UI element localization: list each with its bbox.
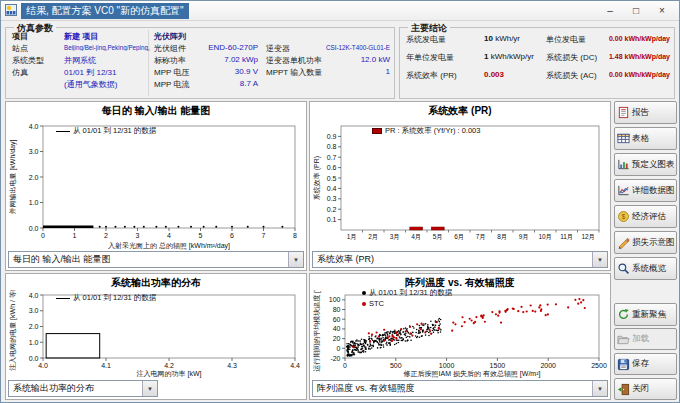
chart-select-pr[interactable]: 系统效率 (PR)▼ (312, 251, 608, 268)
param-label: MPPT 输入数量 (266, 67, 322, 78)
economic-evaluation-button-label: 经济评估 (632, 211, 666, 223)
legend-dot-black (362, 291, 366, 295)
svg-text:0.8: 0.8 (327, 143, 337, 150)
svg-text:10月: 10月 (538, 233, 552, 241)
legend-line-swatch (56, 131, 70, 132)
refocus-button-label: 重新聚焦 (632, 309, 666, 321)
chart-legend: 从 01/01 到 12/31 的数据 (56, 293, 156, 303)
result-label: 系统损失 (AC) (546, 70, 597, 81)
predefined-graphs-button[interactable]: 预定义图表 (614, 153, 677, 176)
svg-text:4.0: 4.0 (29, 123, 39, 130)
save-button-label: 保存 (632, 358, 649, 370)
chart-panel-pr: 系统效率 (PR) 0.10.20.30.40.50.60.70.80.9系统效… (309, 101, 611, 271)
chart-select-temp-irradiance[interactable]: 阵列温度 vs. 有效辐照度▼ (312, 380, 608, 397)
combo-value: 系统效率 (PR) (313, 253, 592, 266)
title-bar: 结果, 配置方案 VC0 "新的仿真配置" – □ × (1, 1, 679, 21)
svg-text:8: 8 (293, 232, 297, 239)
site-value: Beijing/Bei-jing,Peking/Peping,Sijing (64, 44, 150, 51)
svg-text:4.0: 4.0 (38, 362, 48, 369)
svg-text:0: 0 (343, 362, 347, 369)
close-window-button[interactable]: × (649, 2, 675, 20)
project-name: 新建 项目 (64, 31, 98, 42)
svg-text:系统效率 (PR): 系统效率 (PR) (313, 156, 321, 200)
result-label: 系统发电量 (406, 34, 446, 45)
svg-text:注入电网的电量 [kWh / 等级]: 注入电网的电量 [kWh / 等级] (8, 290, 17, 371)
svg-text:7月: 7月 (476, 233, 486, 241)
legend-line-swatch (56, 298, 70, 299)
chart-legend: 从 01/01 到 12/31 的数据 (56, 126, 156, 136)
param-label: 系统类型 (12, 55, 44, 66)
legend-square-swatch (372, 128, 382, 134)
report-button[interactable]: 报告 (614, 101, 677, 124)
mppt-inputs-value: 1 (322, 67, 390, 76)
svg-text:0.4: 0.4 (327, 185, 337, 192)
svg-text:6: 6 (230, 232, 234, 239)
system-overview-button-label: 系统概览 (632, 263, 666, 275)
legend-label: 从 01/01 到 12/31 的数据 (73, 126, 156, 136)
pencil-icon (617, 236, 630, 249)
svg-text:注入电网的功率 [kW]: 注入电网的功率 [kW] (137, 369, 202, 378)
svg-text:$: $ (622, 213, 626, 220)
economic-evaluation-button[interactable]: $ 经济评估 (614, 205, 677, 228)
load-button: 加载 (614, 328, 677, 350)
power-distribution-chart: 4.04.14.24.34.40.01.02.03.04.0注入电网的功率 [k… (7, 290, 305, 378)
svg-text:3月: 3月 (390, 233, 400, 241)
chevron-down-icon[interactable]: ▼ (142, 381, 157, 396)
svg-text:1000: 1000 (439, 362, 455, 369)
param-label: 仿真 (12, 67, 28, 78)
svg-text:2500: 2500 (591, 362, 607, 369)
load-button-label: 加载 (632, 333, 649, 345)
svg-text:0.7: 0.7 (327, 154, 337, 161)
svg-text:20: 20 (333, 335, 341, 342)
svg-text:80: 80 (333, 306, 341, 313)
result-value: 1.48 kWh/kWp/day (592, 53, 670, 60)
close-button[interactable]: 关闭 (614, 378, 677, 400)
svg-text:40: 40 (333, 325, 341, 332)
svg-text:运行期间的平均模块温度 [°C]: 运行期间的平均模块温度 [°C] (313, 290, 321, 372)
svg-text:0: 0 (337, 345, 341, 352)
result-value: 10 kWh/yr (484, 34, 520, 43)
minimize-button[interactable]: – (597, 2, 623, 20)
svg-text:60: 60 (333, 316, 341, 323)
combo-value: 系统输出功率的分布 (9, 382, 142, 395)
chart-select-power-dist[interactable]: 系统输出功率的分布▼ (8, 380, 158, 397)
svg-text:100: 100 (329, 296, 341, 303)
chart-select-daily-io[interactable]: 每日的 输入/输出 能量图▼ (8, 251, 304, 268)
daily-io-chart: 0123456780.01.02.03.04.0入射采光面上的 总的辐照 [kW… (7, 118, 305, 250)
svg-text:12月: 12月 (581, 233, 595, 241)
save-button[interactable]: 保存 (614, 353, 677, 375)
magnifier-icon (617, 262, 630, 275)
result-value: 1 kWh/kWp/yr (484, 52, 534, 61)
result-label: 系统损失 (DC) (546, 52, 597, 63)
tables-button[interactable]: 表格 (614, 127, 677, 150)
svg-text:1500: 1500 (490, 362, 506, 369)
svg-text:1.0: 1.0 (29, 339, 39, 346)
chevron-down-icon[interactable]: ▼ (288, 252, 303, 267)
sim-period-value: 01/01 到 12/31 (64, 67, 116, 78)
svg-text:3.0: 3.0 (29, 307, 39, 314)
result-value: 0.00 kWh/kWp/day (592, 71, 670, 78)
legend-dot-red (362, 302, 366, 306)
svg-text:2000: 2000 (540, 362, 556, 369)
svg-text:0: 0 (41, 232, 45, 239)
system-overview-button[interactable]: 系统概览 (614, 257, 677, 280)
param-label: 站点 (12, 43, 28, 54)
loss-diagram-button-label: 损失示意图 (632, 237, 675, 249)
chevron-down-icon[interactable]: ▼ (592, 252, 607, 267)
chart-legend: 从 01/01 到 12/31 的数据 STC (362, 288, 452, 308)
param-label: MPP 电流 (154, 79, 189, 90)
svg-text:4: 4 (167, 232, 171, 239)
results-window: 结果, 配置方案 VC0 "新的仿真配置" – □ × 仿真参数 项目 新建 项… (0, 0, 680, 403)
predefined-graphs-button-label: 预定义图表 (632, 159, 675, 171)
svg-text:入射采光面上的 总的辐照 [kWh/m²/day]: 入射采光面上的 总的辐照 [kWh/m²/day] (108, 242, 230, 250)
svg-text:修正后按照IAM 损失后的 有效总辐照 [W/m²]: 修正后按照IAM 损失后的 有效总辐照 [W/m²] (404, 370, 541, 378)
param-label: 光伏组件 (154, 43, 186, 54)
svg-text:0.6: 0.6 (327, 164, 337, 171)
svg-text:4.0: 4.0 (29, 292, 39, 299)
loss-diagram-button[interactable]: 损失示意图 (614, 231, 677, 254)
detailed-data-graph-button[interactable]: 详细数据图 (614, 179, 677, 202)
svg-text:9月: 9月 (519, 233, 529, 241)
chevron-down-icon[interactable]: ▼ (592, 381, 607, 396)
maximize-button[interactable]: □ (623, 2, 649, 20)
refocus-button[interactable]: 重新聚焦 (614, 303, 677, 326)
